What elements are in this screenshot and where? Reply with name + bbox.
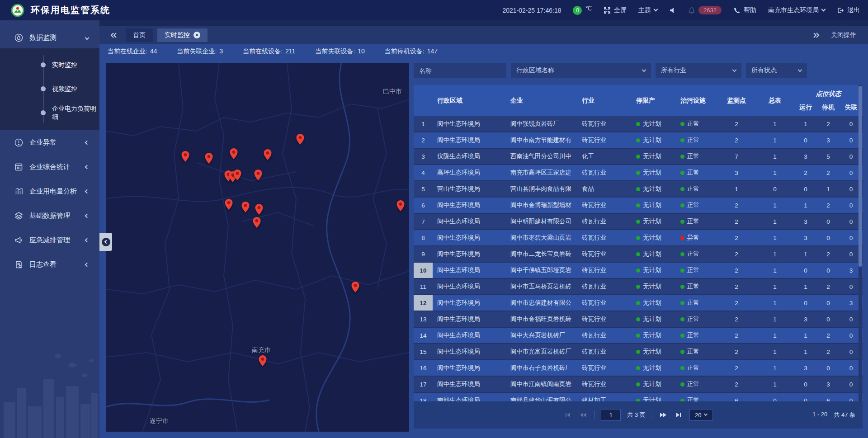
total-count-label: 共 47 条 xyxy=(834,411,855,419)
status-filter-select[interactable]: 所有状态 xyxy=(746,63,807,78)
cell-industry: 化工 xyxy=(577,149,632,164)
status-dot-green xyxy=(636,155,640,159)
table-row[interactable]: 15阆中生态环境局阆中市光富页岩机砖厂砖瓦行业无计划正常21120 xyxy=(414,344,863,360)
map-pin[interactable] xyxy=(255,204,263,215)
pager-separator xyxy=(652,410,652,419)
table-row[interactable]: 18南部生态环境局南部县建华山泥有限公建材加工无计划正常60060 xyxy=(414,393,863,401)
tabs-scroll-right-button[interactable] xyxy=(808,28,824,42)
page-size-select[interactable]: 20 xyxy=(689,409,713,421)
table-row[interactable]: 3仪陇生态环境局西南油气田分公司川中化工无计划正常71350 xyxy=(414,149,863,165)
notification-area[interactable]: 2632 xyxy=(688,6,722,14)
prev-page-button[interactable] xyxy=(579,410,588,419)
industry-filter-select[interactable]: 所有行业 xyxy=(656,63,741,78)
help-button[interactable]: 帮助 xyxy=(733,6,756,14)
cell-stop: 2 xyxy=(817,328,840,343)
sidebar-item-emergency[interactable]: 应急减排管理 xyxy=(0,228,99,252)
notification-count-badge[interactable]: 2632 xyxy=(698,6,722,14)
cell-meters: 1 xyxy=(755,149,794,164)
table-row[interactable]: 17阆中生态环境局阆中市江南镇阆南页岩砖瓦行业无计划正常21030 xyxy=(414,377,863,393)
table-row[interactable]: 8阆中生态环境局阆中市枣碧大梁山页岩砖瓦行业无计划异常21300 xyxy=(414,230,863,246)
tab-home[interactable]: 首页 xyxy=(126,28,153,42)
double-chevron-right-icon xyxy=(813,32,820,38)
status-dot-green xyxy=(680,268,684,273)
sidebar-item-power-analysis[interactable]: 企业用电量分析 xyxy=(0,179,99,203)
cell-region: 阆中生态环境局 xyxy=(433,246,506,262)
table-row[interactable]: 4高坪生态环境局南充市高坪区王家店建砖瓦行业无计划正常31220 xyxy=(414,165,863,181)
cell-points: 2 xyxy=(717,263,755,278)
map-pin[interactable] xyxy=(253,217,261,228)
cell-meters: 1 xyxy=(755,295,794,311)
map-canvas[interactable]: 巴中市 南充市 遂宁市 xyxy=(106,63,409,432)
tab-realtime-monitor[interactable]: 实时监控 × xyxy=(157,28,208,42)
map-pin-icon xyxy=(233,170,241,180)
org-dropdown[interactable]: 南充市生态环境局 xyxy=(768,6,825,14)
map-pin[interactable] xyxy=(241,202,250,212)
close-operations-button[interactable]: 关闭操作 xyxy=(831,31,856,39)
map-pin[interactable] xyxy=(351,282,359,292)
map-pin[interactable] xyxy=(225,199,233,210)
fullscreen-button[interactable]: 全屏 xyxy=(604,6,627,14)
map-pin[interactable] xyxy=(254,170,262,180)
map-pin[interactable] xyxy=(264,149,272,160)
table-row[interactable]: 12阆中生态环境局阆中市忠信建材有限公砖瓦行业无计划正常21003 xyxy=(414,295,863,311)
map-pin[interactable] xyxy=(259,355,267,366)
header-company: 企业 xyxy=(506,85,577,116)
sidebar-item-company-stats[interactable]: 企业综合统计 xyxy=(0,155,99,179)
cell-meters: 1 xyxy=(755,246,794,262)
tabs-scroll-left-button[interactable] xyxy=(106,28,121,42)
scrollbar-thumb[interactable] xyxy=(859,86,862,267)
logout-button[interactable]: 退出 xyxy=(837,6,860,14)
pager-separator xyxy=(594,410,594,419)
bar-chart-icon xyxy=(14,187,23,196)
map-pin[interactable] xyxy=(396,200,405,211)
sidebar-collapse-button[interactable] xyxy=(99,233,112,251)
table-row[interactable]: 1阆中生态环境局阆中强锐页岩砖厂砖瓦行业无计划正常21120 xyxy=(414,116,863,132)
table-row[interactable]: 7阆中生态环境局阆中明阳建材有限公司砖瓦行业无计划正常21300 xyxy=(414,214,863,230)
map-pin[interactable] xyxy=(296,134,304,145)
cell-points: 2 xyxy=(717,377,755,392)
tab-close-icon[interactable]: × xyxy=(193,32,200,38)
cell-run: 1 xyxy=(794,344,817,359)
sidebar-item-base-data[interactable]: 基础数据管理 xyxy=(0,203,99,228)
sidebar-item-video-monitor[interactable]: 视频监控 xyxy=(0,77,99,101)
table-row[interactable]: 13阆中生态环境局阆中市金福旺页岩机砖砖瓦行业无计划正常21300 xyxy=(414,311,863,328)
sidebar-item-power-load-detail[interactable]: 企业电力负荷明细 xyxy=(0,101,99,125)
map-pin[interactable] xyxy=(230,148,238,159)
sidebar-item-realtime-monitor[interactable]: 实时监控 xyxy=(0,53,99,77)
sidebar-item-data-monitor[interactable]: 数据监测 xyxy=(0,27,99,48)
sidebar-item-logs[interactable]: 日志查看 xyxy=(0,252,99,277)
table-row[interactable]: 6阆中生态环境局阆中市金博瑞新型墙材砖瓦行业无计划正常21120 xyxy=(414,198,863,214)
speaker-icon xyxy=(669,7,676,14)
cell-stop: 1 xyxy=(817,181,840,197)
table-row[interactable]: 14阆中生态环境局阆中大兴页岩机砖厂砖瓦行业无计划正常21120 xyxy=(414,328,863,344)
chevron-left-icon xyxy=(85,262,90,267)
first-page-button[interactable] xyxy=(563,410,572,419)
table-row[interactable]: 9阆中生态环境局阆中市二龙长宝页岩砖砖瓦行业无计划正常21120 xyxy=(414,246,863,263)
table-row[interactable]: 2阆中生态环境局阆中市南方节能建材有砖瓦行业无计划正常21030 xyxy=(414,132,863,149)
last-page-button[interactable] xyxy=(674,410,683,419)
cell-region: 阆中生态环境局 xyxy=(433,377,506,392)
map-pin[interactable] xyxy=(205,153,213,164)
name-filter-input[interactable] xyxy=(414,63,506,78)
cell-company: 阆中明阳建材有限公司 xyxy=(506,214,577,229)
sidebar-item-company-abnormal[interactable]: 企业异常 xyxy=(0,130,99,155)
table-scrollbar[interactable] xyxy=(859,85,862,401)
sidebar-submenu: 实时监控 视频监控 企业电力负荷明细 xyxy=(0,48,99,130)
region-filter-select[interactable]: 行政区域名称 xyxy=(511,63,651,78)
theme-dropdown[interactable]: 主题 xyxy=(638,6,657,14)
table-row[interactable]: 16阆中生态环境局阆中市石子页岩机砖厂砖瓦行业无计划正常21300 xyxy=(414,360,863,377)
table-row[interactable]: 11阆中生态环境局阆中市五马桥页岩机砖砖瓦行业无计划正常21120 xyxy=(414,279,863,295)
cell-company: 阆中市南方节能建材有 xyxy=(506,132,577,148)
map-pin[interactable] xyxy=(233,170,241,180)
table-header: 行政区域 企业 行业 停限产 治污设施 监测点 总表 点位状态 运行 停机 失联 xyxy=(414,85,863,116)
table-row[interactable]: 10阆中生态环境局阆中千佛镇五郎垭页岩砖瓦行业无计划正常21003 xyxy=(414,263,863,279)
sound-button[interactable] xyxy=(669,7,676,14)
skyline-decoration xyxy=(0,348,99,438)
page-number-input[interactable] xyxy=(601,409,621,421)
status-dot-green xyxy=(636,285,640,289)
map-pin[interactable] xyxy=(181,151,189,162)
next-page-button[interactable] xyxy=(659,410,668,419)
cell-meters: 1 xyxy=(755,132,794,148)
table-row[interactable]: 5营山生态环境局营山县润丰肉食品有限食品无计划正常10010 xyxy=(414,181,863,198)
cell-meters: 0 xyxy=(755,393,794,401)
